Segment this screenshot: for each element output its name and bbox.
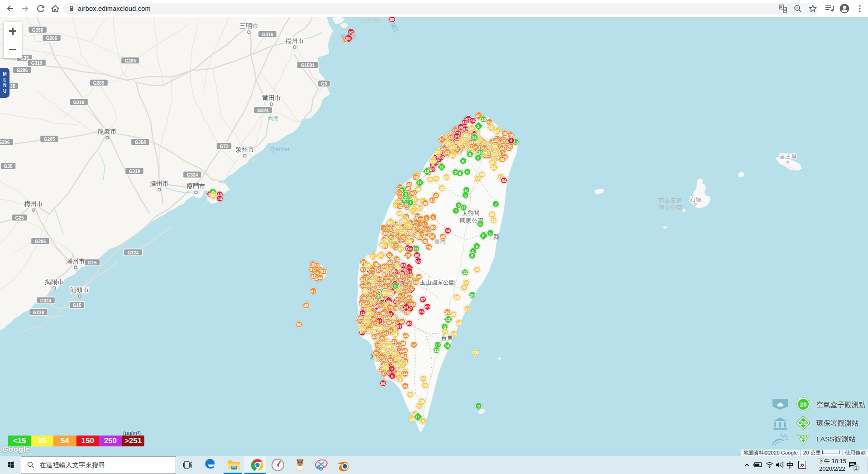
svg-text:G206: G206: [35, 239, 46, 244]
svg-text:宮古島: 宮古島: [780, 153, 797, 160]
svg-text:G205: G205: [93, 81, 105, 86]
svg-text:G15: G15: [88, 260, 97, 265]
svg-text:莆田市: 莆田市: [262, 94, 281, 101]
svg-text:梅州市: 梅州市: [24, 200, 43, 207]
svg-text:G1501: G1501: [301, 63, 315, 68]
svg-text:G206: G206: [46, 36, 57, 41]
svg-text:廈門市: 廈門市: [186, 182, 205, 190]
svg-text:西表石垣: 西表石垣: [658, 197, 682, 204]
svg-text:Qianhai: Qianhai: [270, 146, 289, 153]
svg-text:G206: G206: [17, 68, 28, 73]
svg-text:揭陽市: 揭陽市: [44, 278, 64, 285]
svg-text:20: 20: [800, 401, 806, 408]
svg-text:G319: G319: [129, 169, 140, 174]
svg-text:漳州市: 漳州市: [150, 180, 169, 187]
svg-text:福州市: 福州市: [285, 37, 304, 44]
svg-text:三明市: 三明市: [239, 22, 258, 29]
svg-text:G356: G356: [32, 28, 43, 33]
svg-text:G324: G324: [258, 108, 269, 113]
svg-text:潮州市: 潮州市: [66, 258, 85, 265]
svg-text:G324: G324: [40, 298, 52, 303]
svg-text:汕頭市: 汕頭市: [70, 286, 89, 293]
svg-text:20: 20: [800, 435, 806, 441]
svg-text:龍巖市: 龍巖市: [98, 128, 117, 135]
svg-text:G319: G319: [73, 100, 85, 105]
svg-text:G316: G316: [262, 32, 273, 37]
svg-text:內海: 內海: [267, 115, 278, 122]
svg-text:G25: G25: [15, 215, 24, 220]
svg-text:G15: G15: [73, 303, 81, 308]
svg-text:G35: G35: [4, 164, 13, 169]
svg-text:G238: G238: [33, 310, 44, 315]
svg-text:G319: G319: [31, 61, 43, 66]
svg-text:G324: G324: [128, 250, 139, 255]
svg-text:G206: G206: [0, 140, 10, 145]
svg-text:縣: 縣: [493, 233, 499, 240]
svg-text:G205: G205: [125, 58, 136, 63]
svg-text:G324: G324: [187, 172, 198, 177]
svg-text:国立公園: 国立公園: [658, 204, 682, 211]
svg-text:玉山國家公園: 玉山國家公園: [420, 279, 455, 286]
svg-text:G3: G3: [321, 81, 327, 86]
svg-text:20: 20: [800, 420, 806, 426]
svg-text:石垣: 石垣: [690, 196, 701, 203]
svg-text:G358: G358: [135, 140, 146, 145]
svg-text:G72: G72: [220, 144, 229, 149]
svg-text:泉州市: 泉州市: [235, 146, 254, 153]
svg-text:G205: G205: [44, 137, 55, 142]
svg-text:馬祖列島: 馬祖列島: [359, 17, 382, 23]
